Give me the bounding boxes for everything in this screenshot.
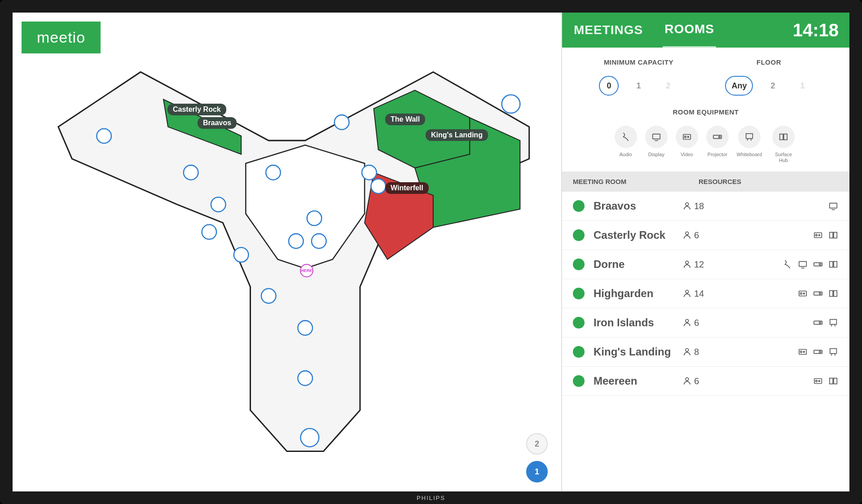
room-name-label: Dorne: [594, 258, 683, 271]
svg-rect-60: [830, 320, 837, 324]
room-resources: [782, 260, 839, 269]
svg-point-16: [289, 234, 303, 249]
svg-point-19: [266, 165, 281, 180]
svg-point-27: [719, 136, 721, 138]
map-label-braavos[interactable]: Braavos: [198, 117, 237, 129]
whiteboard-icon: [828, 318, 839, 327]
monitor-frame: meetio: [0, 0, 862, 504]
room-capacity: 6: [683, 318, 728, 328]
floorplan-svg[interactable]: [13, 13, 561, 474]
equipment-option-video[interactable]: Video: [676, 126, 698, 163]
capacity-option-2[interactable]: 2: [658, 76, 678, 96]
projector-icon: [813, 289, 823, 298]
svg-point-17: [312, 234, 326, 249]
room-name-label: Meereen: [594, 375, 683, 387]
equipment-label-text: Surface Hub: [770, 152, 797, 163]
whiteboard-icon: [738, 126, 761, 148]
status-dot: [573, 259, 585, 270]
svg-point-4: [97, 129, 111, 144]
svg-point-66: [803, 351, 805, 353]
svg-rect-48: [834, 262, 837, 267]
room-row-king-s-landing[interactable]: King's Landing8: [562, 337, 849, 367]
room-name-label: Braavos: [594, 200, 683, 212]
header-bar: MEETINGS ROOMS 14:18: [562, 13, 849, 48]
capacity-option-0[interactable]: 0: [599, 76, 619, 96]
map-label-winterfell[interactable]: Winterfell: [385, 182, 429, 194]
floor-option-Any[interactable]: Any: [725, 76, 753, 96]
equipment-option-display[interactable]: Display: [645, 126, 668, 163]
map-label-casterly-rock[interactable]: Casterly Rock: [167, 104, 226, 115]
room-row-braavos[interactable]: Braavos18: [562, 192, 849, 221]
floor-switcher: 21: [526, 433, 548, 482]
status-dot: [573, 375, 585, 387]
capacity-label: MINIMUM CAPACITY: [599, 58, 678, 66]
map-label-the-wall[interactable]: The Wall: [385, 114, 425, 125]
room-capacity: 12: [683, 259, 728, 270]
room-name-label: Casterly Rock: [594, 229, 683, 241]
whiteboard-icon: [828, 347, 839, 356]
room-list[interactable]: Braavos18Casterly Rock6Dorne12Highgarden…: [562, 192, 849, 491]
col-header-room: MEETING ROOM: [573, 178, 685, 185]
svg-point-36: [686, 232, 689, 235]
room-name-label: King's Landing: [594, 346, 683, 358]
audio-icon: [615, 126, 637, 148]
floor-filter: FLOOR Any21: [725, 58, 812, 96]
room-resources: [813, 377, 839, 386]
floor-button-2[interactable]: 2: [526, 433, 548, 455]
svg-rect-40: [830, 232, 833, 238]
surfacehub-icon: [828, 260, 839, 269]
room-capacity: 6: [683, 376, 728, 386]
tab-rooms[interactable]: ROOMS: [663, 13, 716, 48]
svg-point-24: [684, 136, 686, 138]
svg-point-49: [686, 290, 689, 294]
equipment-label-text: Whiteboard: [737, 152, 762, 158]
map-label-king-s-landing[interactable]: King's Landing: [426, 129, 488, 141]
room-resources: [813, 318, 839, 327]
room-row-highgarden[interactable]: Highgarden14: [562, 279, 849, 308]
room-resources: [813, 231, 839, 240]
svg-point-54: [819, 293, 821, 295]
equipment-option-whiteboard[interactable]: Whiteboard: [737, 126, 762, 163]
tab-meetings[interactable]: MEETINGS: [572, 13, 645, 47]
filter-panel: MINIMUM CAPACITY 012 FLOOR Any21 ROOM EQ…: [562, 48, 849, 171]
svg-rect-56: [834, 291, 837, 297]
svg-point-7: [202, 225, 217, 240]
room-resources: [797, 289, 839, 298]
status-dot: [573, 229, 585, 241]
projector-icon: [813, 260, 823, 269]
screen: meetio: [13, 13, 849, 491]
room-list-header: MEETING ROOM RESOURCES: [562, 171, 849, 192]
video-icon: [813, 231, 823, 240]
svg-rect-43: [799, 262, 807, 267]
status-dot: [573, 317, 585, 329]
svg-rect-28: [746, 134, 753, 139]
svg-point-13: [334, 115, 349, 130]
floor-option-1[interactable]: 1: [792, 76, 812, 96]
svg-rect-31: [780, 134, 783, 140]
equipment-option-surfacehub[interactable]: Surface Hub: [770, 126, 797, 163]
room-row-iron-islands[interactable]: Iron Islands6: [562, 308, 849, 337]
right-panel: MEETINGS ROOMS 14:18 MINIMUM CAPACITY 01…: [562, 13, 849, 491]
svg-rect-47: [830, 262, 833, 267]
svg-point-52: [803, 293, 805, 294]
here-marker: HERE: [300, 264, 313, 277]
svg-point-18: [307, 211, 322, 226]
svg-point-6: [211, 197, 226, 212]
svg-point-74: [816, 381, 818, 382]
surfacehub-icon: [828, 289, 839, 298]
surfacehub-icon: [772, 126, 795, 148]
room-row-casterly-rock[interactable]: Casterly Rock6: [562, 221, 849, 250]
status-dot: [573, 288, 585, 299]
capacity-option-1[interactable]: 1: [629, 76, 648, 96]
room-row-dorne[interactable]: Dorne12: [562, 250, 849, 279]
svg-point-15: [371, 179, 386, 194]
svg-point-59: [819, 322, 821, 324]
room-capacity: 6: [683, 230, 728, 241]
floor-button-1[interactable]: 1: [526, 461, 548, 482]
floor-option-2[interactable]: 2: [763, 76, 783, 96]
equipment-option-projector[interactable]: Projector: [706, 126, 729, 163]
room-capacity: 14: [683, 289, 728, 299]
svg-rect-76: [830, 378, 833, 384]
equipment-option-audio[interactable]: Audio: [615, 126, 637, 163]
room-row-meereen[interactable]: Meereen6: [562, 367, 849, 396]
